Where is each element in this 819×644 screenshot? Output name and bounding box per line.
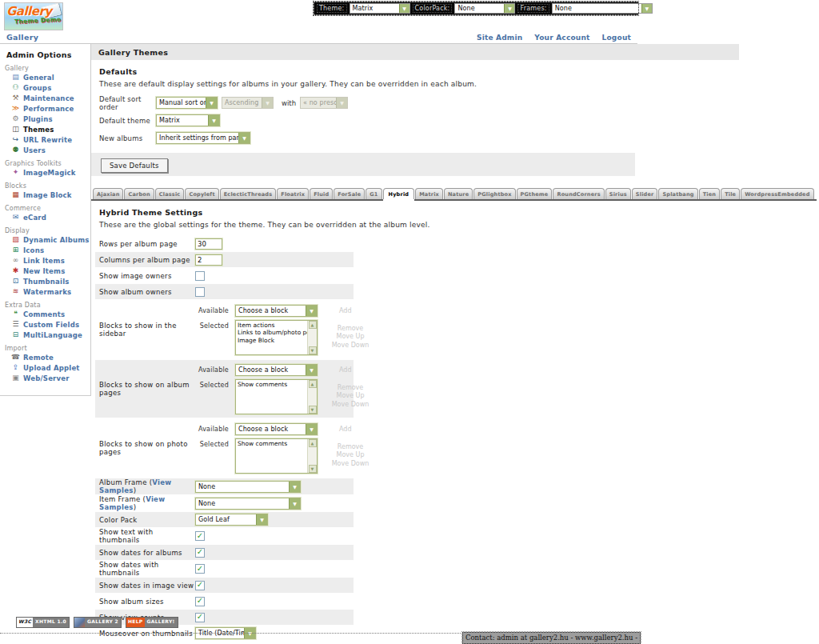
- gallery2-badge[interactable]: GALLERY 2: [74, 617, 122, 628]
- tab-tien[interactable]: Tien: [699, 188, 721, 199]
- sidebar-item-new-items[interactable]: ✱New Items: [10, 266, 90, 275]
- sidebar-item-upload-applet[interactable]: ⇪Upload Applet: [10, 363, 90, 372]
- blocks-to-show-in-the-sidebar-selected-list[interactable]: Item actionsLinks to album/photo peersIm…: [235, 320, 318, 355]
- scroll-down-icon[interactable]: ▼: [309, 406, 317, 414]
- blocks-to-show-on-photo-pages-available-select[interactable]: Choose a block▼: [235, 423, 318, 435]
- listbox-scrollbar[interactable]: ▲▼: [307, 439, 317, 473]
- tab-wordpressembedded[interactable]: WordpressEmbedded: [741, 188, 813, 199]
- sidebar-item-plugins[interactable]: ⚙Plugins: [10, 114, 90, 123]
- sidebar-item-performance[interactable]: ≫Performance: [10, 104, 90, 113]
- sidebar-item-multilanguage[interactable]: ⊟MultiLanguage: [10, 330, 90, 339]
- gallery-home-link[interactable]: Gallery: [6, 33, 38, 42]
- action-link-move-down[interactable]: Move Down: [327, 401, 374, 410]
- sidebar-item-themes[interactable]: ◫Themes: [10, 125, 90, 134]
- tab-tile[interactable]: Tile: [721, 188, 740, 199]
- action-link-remove[interactable]: Remove: [327, 384, 374, 393]
- view-samples-link[interactable]: View Samples: [99, 478, 172, 494]
- new-albums-select[interactable]: Inherit settings from parent album ▼: [156, 132, 250, 144]
- action-link-move-down[interactable]: Move Down: [327, 342, 374, 350]
- blocks-to-show-on-photo-pages-selected-list[interactable]: Show comments▲▼: [235, 438, 318, 474]
- tab-roundcorners[interactable]: RoundCorners: [553, 188, 604, 199]
- sidebar-item-imagemagick[interactable]: ✦ImageMagick: [10, 168, 90, 177]
- listbox-scrollbar[interactable]: ▲▼: [307, 321, 317, 354]
- sidebar-item-image-block[interactable]: ▦Image Block: [10, 190, 90, 199]
- tab-pgtheme[interactable]: PGtheme: [517, 188, 553, 199]
- listbox-item[interactable]: Show comments: [238, 440, 307, 448]
- show-album-owners-checkbox[interactable]: [195, 287, 205, 297]
- sidebar-item-thumbnails[interactable]: ⊡Thumbnails: [10, 277, 90, 286]
- tab-pglightbox[interactable]: PGlightbox: [473, 188, 515, 199]
- sidebar-item-link-items[interactable]: ∞Link Items: [10, 256, 90, 265]
- sidebar-item-web-server[interactable]: ▣Web/Server: [10, 374, 90, 382]
- show-album-sizes-checkbox[interactable]: [195, 597, 205, 606]
- sidebar-item-watermarks[interactable]: ≋Watermarks: [10, 287, 90, 296]
- listbox-item[interactable]: Show comments: [238, 381, 307, 389]
- color-pack-select[interactable]: Gold Leaf▼: [195, 514, 268, 526]
- save-defaults-button[interactable]: Save Defaults: [101, 158, 168, 173]
- scroll-up-icon[interactable]: ▲: [309, 321, 317, 329]
- show-dates-with-thumbnails-checkbox[interactable]: [195, 564, 205, 574]
- add-link[interactable]: Add: [339, 423, 352, 433]
- listbox-item[interactable]: Links to album/photo peers: [238, 329, 307, 337]
- action-link-remove[interactable]: Remove: [327, 443, 374, 452]
- tab-ajaxian[interactable]: Ajaxian: [93, 188, 123, 199]
- theme-select[interactable]: Matrix ▼: [350, 3, 410, 14]
- item-frame-select[interactable]: None▼: [195, 498, 301, 510]
- blocks-to-show-on-album-pages-selected-list[interactable]: Show comments▲▼: [235, 379, 318, 414]
- scroll-up-icon[interactable]: ▲: [309, 439, 317, 447]
- sidebar-item-ecard[interactable]: ✉eCard: [10, 213, 90, 222]
- show-text-with-thumbnails-checkbox[interactable]: [195, 531, 205, 541]
- action-link-move-up[interactable]: Move Up: [327, 451, 374, 460]
- header-link-site-admin[interactable]: Site Admin: [477, 34, 522, 42]
- sidebar-item-custom-fields[interactable]: ☰Custom Fields: [10, 320, 90, 329]
- show-image-owners-checkbox[interactable]: [195, 271, 205, 281]
- default-theme-select[interactable]: Matrix ▼: [156, 114, 220, 126]
- action-link-move-up[interactable]: Move Up: [327, 392, 374, 401]
- gallery-logo[interactable]: Gallery Theme Demo: [4, 2, 63, 30]
- colorpack-select[interactable]: None ▼: [454, 3, 515, 14]
- tab-carbon[interactable]: Carbon: [124, 188, 154, 199]
- sidebar-item-users[interactable]: ⚉Users: [10, 146, 90, 154]
- show-view-counts-checkbox[interactable]: [195, 613, 205, 622]
- action-link-move-down[interactable]: Move Down: [327, 460, 374, 469]
- tab-nature[interactable]: Nature: [444, 188, 473, 199]
- action-link-remove[interactable]: Remove: [327, 325, 374, 334]
- tab-g1[interactable]: G1: [366, 188, 382, 199]
- frames-select[interactable]: None ▼: [552, 3, 653, 14]
- sidebar-item-groups[interactable]: ⚇Groups: [10, 83, 90, 92]
- tab-eclecticthreads[interactable]: EclecticThreads: [220, 188, 277, 199]
- add-link[interactable]: Add: [339, 364, 352, 374]
- view-samples-link[interactable]: View Samples: [99, 495, 165, 511]
- tab-copyleft[interactable]: Copyleft: [185, 188, 218, 199]
- show-dates-in-image-view-checkbox[interactable]: [195, 581, 205, 590]
- columns-per-album-page-input[interactable]: [195, 254, 222, 266]
- tab-splatbang[interactable]: Splatbang: [658, 188, 697, 199]
- add-link[interactable]: Add: [339, 305, 352, 314]
- sidebar-item-url-rewrite[interactable]: ↪URL Rewrite: [10, 135, 90, 144]
- default-sort-order-select[interactable]: Manual sort order ▼: [156, 97, 218, 109]
- listbox-item[interactable]: Item actions: [238, 322, 307, 330]
- listbox-scrollbar[interactable]: ▲▼: [307, 380, 317, 414]
- scroll-down-icon[interactable]: ▼: [309, 465, 317, 473]
- sidebar-item-general[interactable]: ▤General: [10, 73, 90, 82]
- scroll-up-icon[interactable]: ▲: [309, 380, 317, 388]
- listbox-item[interactable]: Image Block: [238, 337, 307, 345]
- sidebar-item-comments[interactable]: ❝Comments: [10, 310, 90, 318]
- tab-matrix[interactable]: Matrix: [415, 188, 443, 199]
- album-frame-select[interactable]: None▼: [195, 481, 301, 493]
- tab-slider[interactable]: Slider: [632, 188, 658, 199]
- blocks-to-show-on-album-pages-available-select[interactable]: Choose a block▼: [235, 364, 318, 376]
- tab-floatrix[interactable]: Floatrix: [277, 188, 309, 199]
- scroll-down-icon[interactable]: ▼: [309, 346, 317, 354]
- sidebar-item-icons[interactable]: ⊞Icons: [10, 246, 90, 254]
- blocks-to-show-in-the-sidebar-available-select[interactable]: Choose a block▼: [235, 305, 318, 317]
- sidebar-item-maintenance[interactable]: ⚒Maintenance: [10, 94, 90, 102]
- help-gallery-badge[interactable]: HELP GALLERY!: [126, 617, 178, 628]
- tab-forsale[interactable]: ForSale: [334, 188, 365, 199]
- header-link-your-account[interactable]: Your Account: [534, 34, 589, 42]
- show-dates-for-albums-checkbox[interactable]: [195, 548, 205, 558]
- tab-hybrid[interactable]: Hybrid: [383, 188, 415, 199]
- sidebar-item-remote[interactable]: ☎Remote: [10, 353, 90, 362]
- header-link-logout[interactable]: Logout: [602, 34, 631, 42]
- tab-fluid[interactable]: Fluid: [310, 188, 333, 199]
